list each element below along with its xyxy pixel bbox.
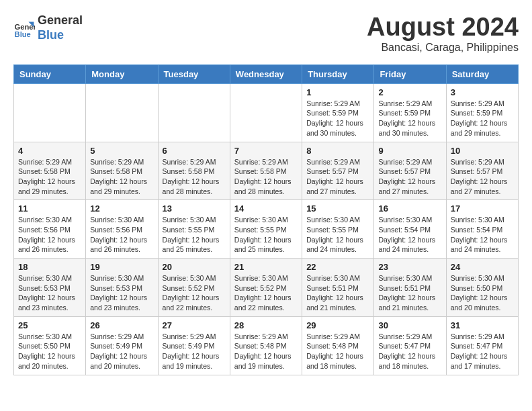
month-title: August 2024 (367, 13, 519, 42)
calendar-cell: 2Sunrise: 5:29 AM Sunset: 5:59 PM Daylig… (374, 83, 446, 142)
logo: General Blue General Blue (13, 13, 83, 42)
day-info: Sunrise: 5:30 AM Sunset: 5:54 PM Dayligh… (378, 215, 441, 255)
day-info: Sunrise: 5:29 AM Sunset: 5:48 PM Dayligh… (306, 332, 369, 371)
day-info: Sunrise: 5:29 AM Sunset: 5:59 PM Dayligh… (451, 99, 514, 138)
day-info: Sunrise: 5:30 AM Sunset: 5:55 PM Dayligh… (234, 215, 298, 255)
location: Bancasi, Caraga, Philippines (367, 42, 519, 54)
calendar-cell: 25Sunrise: 5:30 AM Sunset: 5:50 PM Dayli… (14, 316, 86, 375)
day-info: Sunrise: 5:29 AM Sunset: 5:47 PM Dayligh… (451, 332, 514, 371)
calendar-cell: 1Sunrise: 5:29 AM Sunset: 5:59 PM Daylig… (302, 83, 374, 142)
calendar-cell: 15Sunrise: 5:30 AM Sunset: 5:55 PM Dayli… (302, 200, 374, 259)
calendar-week-1: 1Sunrise: 5:29 AM Sunset: 5:59 PM Daylig… (14, 83, 519, 142)
day-number: 2 (378, 87, 441, 97)
calendar-cell: 21Sunrise: 5:30 AM Sunset: 5:52 PM Dayli… (230, 259, 302, 317)
day-info: Sunrise: 5:29 AM Sunset: 5:58 PM Dayligh… (234, 157, 298, 197)
day-number: 25 (18, 320, 81, 330)
day-info: Sunrise: 5:30 AM Sunset: 5:56 PM Dayligh… (90, 215, 153, 255)
day-number: 26 (90, 320, 153, 330)
day-info: Sunrise: 5:30 AM Sunset: 5:53 PM Dayligh… (90, 273, 153, 313)
calendar-week-4: 18Sunrise: 5:30 AM Sunset: 5:53 PM Dayli… (14, 259, 519, 317)
day-number: 18 (18, 262, 81, 272)
day-number: 29 (306, 320, 369, 330)
day-number: 5 (90, 146, 153, 156)
calendar-cell: 13Sunrise: 5:30 AM Sunset: 5:55 PM Dayli… (158, 200, 230, 259)
calendar-cell: 12Sunrise: 5:30 AM Sunset: 5:56 PM Dayli… (86, 200, 158, 259)
day-info: Sunrise: 5:29 AM Sunset: 5:57 PM Dayligh… (451, 157, 514, 197)
day-number: 31 (451, 320, 514, 330)
day-info: Sunrise: 5:30 AM Sunset: 5:53 PM Dayligh… (18, 273, 81, 313)
day-info: Sunrise: 5:29 AM Sunset: 5:58 PM Dayligh… (163, 157, 226, 197)
calendar-cell: 27Sunrise: 5:29 AM Sunset: 5:49 PM Dayli… (158, 316, 230, 375)
weekday-header-tuesday: Tuesday (158, 64, 230, 83)
day-number: 8 (306, 146, 369, 156)
day-number: 20 (163, 262, 226, 272)
calendar-cell: 20Sunrise: 5:30 AM Sunset: 5:52 PM Dayli… (158, 259, 230, 317)
day-info: Sunrise: 5:30 AM Sunset: 5:50 PM Dayligh… (451, 273, 514, 313)
day-number: 7 (234, 146, 298, 156)
day-number: 10 (451, 146, 514, 156)
day-info: Sunrise: 5:30 AM Sunset: 5:55 PM Dayligh… (306, 215, 369, 255)
calendar-cell: 19Sunrise: 5:30 AM Sunset: 5:53 PM Dayli… (86, 259, 158, 317)
day-info: Sunrise: 5:29 AM Sunset: 5:59 PM Dayligh… (306, 99, 369, 138)
day-number: 1 (306, 87, 369, 97)
calendar-cell: 11Sunrise: 5:30 AM Sunset: 5:56 PM Dayli… (14, 200, 86, 259)
day-info: Sunrise: 5:30 AM Sunset: 5:51 PM Dayligh… (306, 273, 369, 313)
calendar-cell (86, 83, 158, 142)
day-info: Sunrise: 5:29 AM Sunset: 5:58 PM Dayligh… (90, 157, 153, 197)
weekday-header-saturday: Saturday (446, 64, 518, 83)
calendar-cell: 29Sunrise: 5:29 AM Sunset: 5:48 PM Dayli… (302, 316, 374, 375)
day-number: 27 (163, 320, 226, 330)
calendar-cell: 10Sunrise: 5:29 AM Sunset: 5:57 PM Dayli… (446, 142, 518, 200)
weekday-header-wednesday: Wednesday (230, 64, 302, 83)
calendar-week-5: 25Sunrise: 5:30 AM Sunset: 5:50 PM Dayli… (14, 316, 519, 375)
day-number: 21 (234, 262, 298, 272)
calendar-cell: 31Sunrise: 5:29 AM Sunset: 5:47 PM Dayli… (446, 316, 518, 375)
weekday-header-thursday: Thursday (302, 64, 374, 83)
day-number: 3 (451, 87, 514, 97)
calendar-cell: 17Sunrise: 5:30 AM Sunset: 5:54 PM Dayli… (446, 200, 518, 259)
calendar-cell: 24Sunrise: 5:30 AM Sunset: 5:50 PM Dayli… (446, 259, 518, 317)
day-info: Sunrise: 5:29 AM Sunset: 5:57 PM Dayligh… (306, 157, 369, 197)
day-info: Sunrise: 5:30 AM Sunset: 5:54 PM Dayligh… (451, 215, 514, 255)
day-info: Sunrise: 5:29 AM Sunset: 5:59 PM Dayligh… (378, 99, 441, 138)
day-info: Sunrise: 5:29 AM Sunset: 5:58 PM Dayligh… (18, 157, 81, 197)
weekday-header-row: SundayMondayTuesdayWednesdayThursdayFrid… (14, 64, 519, 83)
day-number: 13 (163, 203, 226, 214)
day-number: 14 (234, 203, 298, 214)
calendar-cell: 23Sunrise: 5:30 AM Sunset: 5:51 PM Dayli… (374, 259, 446, 317)
day-number: 17 (451, 203, 514, 214)
calendar-cell: 14Sunrise: 5:30 AM Sunset: 5:55 PM Dayli… (230, 200, 302, 259)
logo-text: General Blue (38, 13, 83, 42)
day-number: 19 (90, 262, 153, 272)
calendar-cell: 7Sunrise: 5:29 AM Sunset: 5:58 PM Daylig… (230, 142, 302, 200)
day-info: Sunrise: 5:30 AM Sunset: 5:50 PM Dayligh… (18, 332, 81, 371)
calendar-cell: 6Sunrise: 5:29 AM Sunset: 5:58 PM Daylig… (158, 142, 230, 200)
calendar-cell: 8Sunrise: 5:29 AM Sunset: 5:57 PM Daylig… (302, 142, 374, 200)
calendar-week-3: 11Sunrise: 5:30 AM Sunset: 5:56 PM Dayli… (14, 200, 519, 259)
day-info: Sunrise: 5:30 AM Sunset: 5:52 PM Dayligh… (234, 273, 298, 313)
day-number: 16 (378, 203, 441, 214)
day-info: Sunrise: 5:29 AM Sunset: 5:48 PM Dayligh… (234, 332, 298, 371)
day-info: Sunrise: 5:29 AM Sunset: 5:49 PM Dayligh… (163, 332, 226, 371)
calendar-cell: 22Sunrise: 5:30 AM Sunset: 5:51 PM Dayli… (302, 259, 374, 317)
weekday-header-sunday: Sunday (14, 64, 86, 83)
day-info: Sunrise: 5:29 AM Sunset: 5:47 PM Dayligh… (378, 332, 441, 371)
day-number: 23 (378, 262, 441, 272)
page-header: General Blue General Blue August 2024 Ba… (13, 13, 519, 54)
day-number: 24 (451, 262, 514, 272)
day-number: 4 (18, 146, 81, 156)
calendar-cell: 28Sunrise: 5:29 AM Sunset: 5:48 PM Dayli… (230, 316, 302, 375)
day-number: 15 (306, 203, 369, 214)
day-number: 6 (163, 146, 226, 156)
day-info: Sunrise: 5:29 AM Sunset: 5:57 PM Dayligh… (378, 157, 441, 197)
logo-icon: General Blue (13, 17, 35, 39)
day-number: 28 (234, 320, 298, 330)
calendar-cell: 18Sunrise: 5:30 AM Sunset: 5:53 PM Dayli… (14, 259, 86, 317)
day-info: Sunrise: 5:30 AM Sunset: 5:52 PM Dayligh… (163, 273, 226, 313)
calendar-cell: 9Sunrise: 5:29 AM Sunset: 5:57 PM Daylig… (374, 142, 446, 200)
day-number: 30 (378, 320, 441, 330)
weekday-header-friday: Friday (374, 64, 446, 83)
weekday-header-monday: Monday (86, 64, 158, 83)
day-number: 22 (306, 262, 369, 272)
calendar-cell: 16Sunrise: 5:30 AM Sunset: 5:54 PM Dayli… (374, 200, 446, 259)
